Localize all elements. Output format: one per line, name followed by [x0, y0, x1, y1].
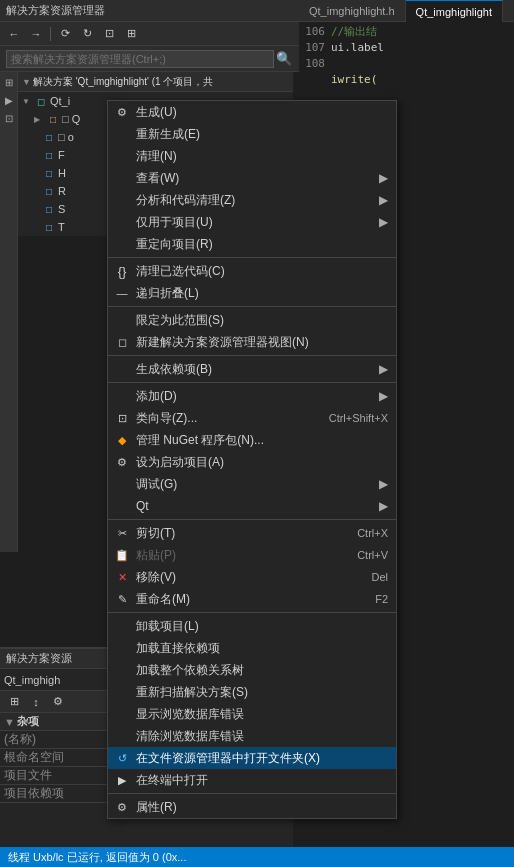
folder-icon: □	[46, 112, 60, 126]
menu-item-deps[interactable]: 生成依赖项(B) ▶	[108, 358, 396, 380]
menu-separator-5	[108, 519, 396, 520]
collapse-button[interactable]: ⊡	[99, 25, 119, 43]
startup-icon: ⚙	[114, 454, 130, 470]
toolbar-separator	[50, 27, 51, 41]
menu-item-clear-errors[interactable]: 清除浏览数据库错误	[108, 725, 396, 747]
menu-separator	[108, 257, 396, 258]
menu-label: 查看(W)	[136, 170, 179, 187]
line-num	[303, 72, 331, 88]
solution-toolbar: ← → ⟳ ↻ ⊡ ⊞	[0, 22, 300, 46]
remove-icon: ✕	[114, 569, 130, 585]
menu-item-remove[interactable]: ✕ 移除(V) Del	[108, 566, 396, 588]
code-line-107: 107 ui.label	[303, 40, 510, 56]
menu-item-show-errors[interactable]: 显示浏览数据库错误	[108, 703, 396, 725]
props-settings-button[interactable]: ⚙	[48, 693, 68, 711]
menu-item-clean[interactable]: 清理(N)	[108, 145, 396, 167]
menu-label: Qt	[136, 499, 149, 513]
menu-item-load-direct[interactable]: 加载直接依赖项	[108, 637, 396, 659]
tree-label: H	[58, 167, 66, 179]
menu-label: 剪切(T)	[136, 525, 175, 542]
menu-item-cut[interactable]: ✂ 剪切(T) Ctrl+X	[108, 522, 396, 544]
project-icon: ◻	[34, 94, 48, 108]
file-icon-f: □	[42, 148, 56, 162]
menu-label: 清理(N)	[136, 148, 177, 165]
menu-separator-2	[108, 306, 396, 307]
menu-label: 管理 NuGet 程序包(N)...	[136, 432, 264, 449]
menu-label: 重定向项目(R)	[136, 236, 213, 253]
forward-button[interactable]: →	[26, 25, 46, 43]
menu-item-build[interactable]: ⚙ 生成(U)	[108, 101, 396, 123]
new-view-button[interactable]: ⊞	[121, 25, 141, 43]
props-grid-button[interactable]: ⊞	[4, 693, 24, 711]
menu-label: 加载直接依赖项	[136, 640, 220, 657]
menu-item-rescan[interactable]: 重新扫描解决方案(S)	[108, 681, 396, 703]
menu-label: 在文件资源管理器中打开文件夹(X)	[136, 750, 320, 767]
submenu-arrow: ▶	[379, 193, 388, 207]
shortcut-label: Ctrl+V	[357, 549, 388, 561]
props-label: (名称)	[4, 731, 64, 748]
menu-label: 仅用于项目(U)	[136, 214, 213, 231]
menu-separator-3	[108, 355, 396, 356]
paste-icon: 📋	[114, 547, 130, 563]
sync-button[interactable]: ⟳	[55, 25, 75, 43]
menu-item-retarget[interactable]: 重定向项目(R)	[108, 233, 396, 255]
menu-item-clean-selected[interactable]: {} 清理已选代码(C)	[108, 260, 396, 282]
status-bar: 线程 Uxb/lc 已运行, 返回值为 0 (0x...	[0, 847, 514, 867]
tree-arrow: ▼	[22, 97, 34, 106]
context-menu: ⚙ 生成(U) 重新生成(E) 清理(N) 查看(W) ▶ 分析和代码清理(Z)…	[107, 100, 397, 819]
properties-title: 解决方案资源	[6, 651, 72, 666]
menu-item-view[interactable]: 查看(W) ▶	[108, 167, 396, 189]
menu-item-navigate[interactable]: ⊡ 类向导(Z)... Ctrl+Shift+X	[108, 407, 396, 429]
fold-icon: —	[114, 285, 130, 301]
menu-item-limit-scope[interactable]: 限定为此范围(S)	[108, 309, 396, 331]
code-text: //输出结	[331, 24, 377, 40]
tree-label: □ o	[58, 131, 74, 143]
search-bar: 🔍	[0, 46, 300, 72]
menu-label: 递归折叠(L)	[136, 285, 199, 302]
menu-item-analyze[interactable]: 分析和代码清理(Z) ▶	[108, 189, 396, 211]
menu-item-paste[interactable]: 📋 粘贴(P) Ctrl+V	[108, 544, 396, 566]
sidebar-icon-3[interactable]: ⊡	[1, 110, 17, 126]
new-view-icon: ◻	[114, 334, 130, 350]
menu-item-load-all[interactable]: 加载整个依赖关系树	[108, 659, 396, 681]
submenu-arrow: ▶	[379, 499, 388, 513]
section-arrow: ▼	[4, 716, 15, 728]
menu-item-open-terminal[interactable]: ▶ 在终端中打开	[108, 769, 396, 791]
menu-item-nuget[interactable]: ◆ 管理 NuGet 程序包(N)...	[108, 429, 396, 451]
menu-item-qt[interactable]: Qt ▶	[108, 495, 396, 517]
menu-item-rename[interactable]: ✎ 重命名(M) F2	[108, 588, 396, 610]
menu-separator-4	[108, 382, 396, 383]
menu-item-rebuild[interactable]: 重新生成(E)	[108, 123, 396, 145]
menu-item-startup[interactable]: ⚙ 设为启动项目(A)	[108, 451, 396, 473]
search-input[interactable]	[6, 50, 274, 68]
menu-item-recursive-fold[interactable]: — 递归折叠(L)	[108, 282, 396, 304]
menu-item-debug[interactable]: 调试(G) ▶	[108, 473, 396, 495]
submenu-arrow: ▶	[379, 171, 388, 185]
tab-cpp-file[interactable]: Qt_imghighlight	[406, 0, 503, 22]
back-button[interactable]: ←	[4, 25, 24, 43]
cut-icon: ✂	[114, 525, 130, 541]
submenu-arrow: ▶	[379, 389, 388, 403]
line-num: 106	[303, 24, 331, 40]
search-button[interactable]: 🔍	[274, 50, 294, 68]
sidebar-icon-1[interactable]: ⊞	[1, 74, 17, 90]
tab-header-file[interactable]: Qt_imghighlight.h	[299, 0, 406, 22]
menu-item-unload[interactable]: 卸载项目(L)	[108, 615, 396, 637]
code-text: ui.label	[331, 40, 384, 56]
menu-label: 类向导(Z)...	[136, 410, 197, 427]
code-line-108: 108	[303, 56, 510, 72]
menu-label: 卸载项目(L)	[136, 618, 199, 635]
menu-item-scope[interactable]: 仅用于项目(U) ▶	[108, 211, 396, 233]
line-num: 108	[303, 56, 331, 72]
menu-item-new-view[interactable]: ◻ 新建解决方案资源管理器视图(N)	[108, 331, 396, 353]
menu-item-properties[interactable]: ⚙ 属性(R)	[108, 796, 396, 818]
sidebar-icon-2[interactable]: ▶	[1, 92, 17, 108]
menu-label: 重新生成(E)	[136, 126, 200, 143]
terminal-icon: ▶	[114, 772, 130, 788]
code-line-106: 106 //输出结	[303, 24, 510, 40]
props-sort-button[interactable]: ↕	[26, 693, 46, 711]
menu-item-add[interactable]: 添加(D) ▶	[108, 385, 396, 407]
refresh-button[interactable]: ↻	[77, 25, 97, 43]
menu-item-open-in-explorer[interactable]: ↺ 在文件资源管理器中打开文件夹(X)	[108, 747, 396, 769]
shortcut-label: F2	[375, 593, 388, 605]
